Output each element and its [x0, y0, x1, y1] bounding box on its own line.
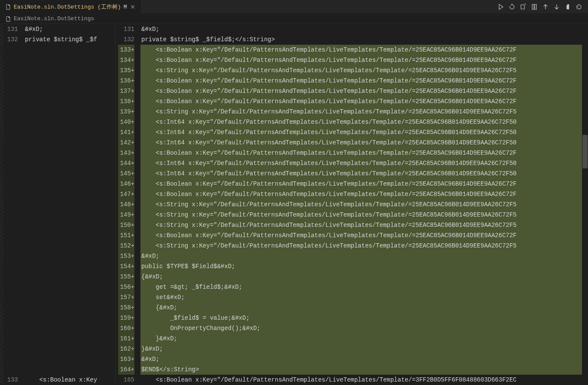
- line-number: 159+: [118, 313, 134, 323]
- code-line[interactable]: <s:Int64 x:Key="/Default/PatternsAndTemp…: [140, 127, 588, 138]
- code-line[interactable]: [24, 117, 115, 127]
- code-line[interactable]: }&#xD;: [140, 344, 588, 354]
- code-line[interactable]: <s:String x:Key="/Default/PatternsAndTem…: [140, 107, 588, 117]
- line-number: [6, 272, 18, 282]
- revert-icon[interactable]: [506, 1, 518, 12]
- code-line[interactable]: <s:Int64 x:Key="/Default/PatternsAndTemp…: [140, 117, 588, 127]
- code-line[interactable]: <s:Boolean x:Key="/Default/PatternsAndTe…: [140, 45, 588, 55]
- line-number: 147+: [118, 189, 134, 199]
- line-number: 157+: [118, 292, 134, 302]
- code-lines-left[interactable]: &#xD;private $string$ _$f <s:Boolean x:K…: [24, 24, 115, 385]
- code-line[interactable]: private $string$ _$f: [24, 34, 115, 45]
- diff-modified-pane[interactable]: 131132133+134+135+136+137+138+139+140+14…: [116, 24, 588, 385]
- code-line[interactable]: <s:Boolean x:Key="/Default/PatternsAndTe…: [140, 375, 588, 385]
- code-line[interactable]: $END$</s:String>: [140, 364, 588, 375]
- code-line[interactable]: _$field$ = value;&#xD;: [140, 313, 588, 323]
- code-line[interactable]: [24, 107, 115, 117]
- line-number: [6, 45, 18, 55]
- code-line[interactable]: [24, 76, 115, 86]
- code-line[interactable]: {&#xD;: [140, 302, 588, 313]
- code-line[interactable]: [24, 138, 115, 148]
- code-line[interactable]: [24, 323, 115, 333]
- code-line[interactable]: <s:Int64 x:Key="/Default/PatternsAndTemp…: [140, 168, 588, 179]
- code-line[interactable]: <s:String x:Key="/Default/PatternsAndTem…: [140, 241, 588, 251]
- line-number: [6, 313, 18, 323]
- code-line[interactable]: [24, 127, 115, 138]
- code-line[interactable]: [24, 272, 115, 282]
- code-line[interactable]: <s:Boolean x:Key="/Default/PatternsAndTe…: [140, 179, 588, 189]
- code-line[interactable]: <s:String x:Key="/Default/PatternsAndTem…: [140, 65, 588, 76]
- code-line[interactable]: [24, 282, 115, 292]
- code-line[interactable]: public $TYPE$ $Field$&#xD;: [140, 261, 588, 272]
- code-line[interactable]: [24, 45, 115, 55]
- code-line[interactable]: <s:Boolean x:Key="/Default/PatternsAndTe…: [140, 55, 588, 65]
- line-number: [6, 55, 18, 65]
- code-line[interactable]: &#xD;: [140, 24, 588, 34]
- code-line[interactable]: [24, 179, 115, 189]
- code-line[interactable]: [24, 199, 115, 210]
- code-line[interactable]: <s:Int64 x:Key="/Default/PatternsAndTemp…: [140, 138, 588, 148]
- code-line[interactable]: &#xD;: [24, 24, 115, 34]
- scroll-thumb[interactable]: [582, 135, 588, 168]
- code-line[interactable]: [24, 313, 115, 323]
- code-line[interactable]: [24, 344, 115, 354]
- code-line[interactable]: [24, 55, 115, 65]
- whitespace-icon[interactable]: [562, 1, 573, 12]
- code-line[interactable]: <s:String x:Key="/Default/PatternsAndTem…: [140, 220, 588, 230]
- line-number: [6, 220, 18, 230]
- code-line[interactable]: OnPropertyChanged();&#xD;: [140, 323, 588, 333]
- code-line[interactable]: <s:Boolean x:Key="/Default/PatternsAndTe…: [140, 189, 588, 199]
- breadcrumb-label[interactable]: EasiNote.sln.DotSettings: [14, 15, 94, 22]
- code-line[interactable]: <s:Boolean x:Key="/Default/PatternsAndTe…: [140, 148, 588, 158]
- code-line[interactable]: [24, 230, 115, 241]
- code-line[interactable]: [24, 354, 115, 364]
- vertical-scrollbar[interactable]: [582, 24, 588, 385]
- code-line[interactable]: <s:String x:Key="/Default/PatternsAndTem…: [140, 199, 588, 210]
- code-line[interactable]: [24, 333, 115, 344]
- line-number: 163+: [118, 354, 134, 364]
- code-lines-right[interactable]: &#xD;private $string$ _$field$;</s:Strin…: [140, 24, 588, 385]
- code-line[interactable]: &#xD;: [140, 354, 588, 364]
- code-line[interactable]: }&#xD;: [140, 333, 588, 344]
- code-line[interactable]: &#xD;: [140, 251, 588, 261]
- next-change-icon[interactable]: [551, 1, 562, 12]
- code-line[interactable]: [24, 261, 115, 272]
- code-line[interactable]: [24, 96, 115, 107]
- code-line[interactable]: [24, 292, 115, 302]
- open-file-icon[interactable]: [518, 1, 529, 12]
- code-line[interactable]: get =&gt; _$field$;&#xD;: [140, 282, 588, 292]
- code-line[interactable]: [24, 189, 115, 199]
- line-number: [6, 107, 18, 117]
- refresh-icon[interactable]: [573, 1, 585, 12]
- tab-modified-badge: M: [124, 4, 127, 10]
- code-line[interactable]: <s:Boolean x:Key="/Default/PatternsAndTe…: [140, 86, 588, 96]
- code-line[interactable]: <s:String x:Key="/Default/PatternsAndTem…: [140, 210, 588, 220]
- prev-change-icon[interactable]: [540, 1, 551, 12]
- code-line[interactable]: [24, 220, 115, 230]
- code-line[interactable]: <s:Int64 x:Key="/Default/PatternsAndTemp…: [140, 158, 588, 168]
- compare-icon[interactable]: [529, 1, 540, 12]
- line-number: 137+: [118, 86, 134, 96]
- code-line[interactable]: <s:Boolean x:Key="/Default/PatternsAndTe…: [140, 76, 588, 86]
- code-line[interactable]: [24, 168, 115, 179]
- code-line[interactable]: private $string$ _$field$;</s:String>: [140, 34, 588, 45]
- code-line[interactable]: [24, 364, 115, 375]
- code-line[interactable]: [24, 148, 115, 158]
- tab-file[interactable]: EasiNote.sln.DotSettings (工作树) M: [0, 0, 141, 14]
- code-line[interactable]: [24, 65, 115, 76]
- run-icon[interactable]: [495, 1, 506, 12]
- diff-original-pane[interactable]: 131132133 &#xD;private $string$ _$f <s:B…: [0, 24, 116, 385]
- code-line[interactable]: <s:Boolean x:Key: [24, 375, 115, 385]
- code-line[interactable]: [24, 158, 115, 168]
- code-line[interactable]: [24, 302, 115, 313]
- code-line[interactable]: set&#xD;: [140, 292, 588, 302]
- code-line[interactable]: [24, 210, 115, 220]
- code-line[interactable]: <s:Boolean x:Key="/Default/PatternsAndTe…: [140, 230, 588, 241]
- close-icon[interactable]: [129, 3, 136, 10]
- line-number: 135+: [118, 65, 134, 76]
- code-line[interactable]: [24, 86, 115, 96]
- code-line[interactable]: {&#xD;: [140, 272, 588, 282]
- code-line[interactable]: [24, 251, 115, 261]
- code-line[interactable]: <s:Boolean x:Key="/Default/PatternsAndTe…: [140, 96, 588, 107]
- code-line[interactable]: [24, 241, 115, 251]
